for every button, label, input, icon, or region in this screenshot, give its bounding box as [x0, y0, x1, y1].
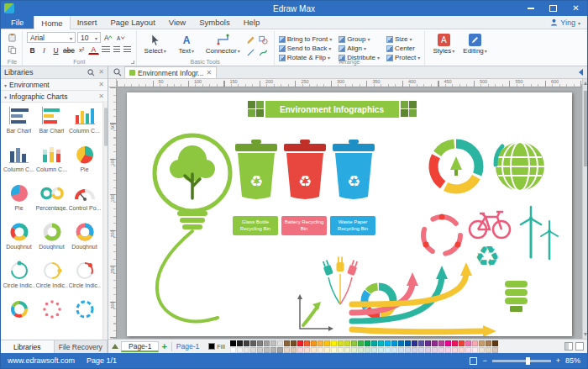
library-item-circle-indic[interactable]: Circle Indic...: [35, 259, 68, 298]
library-item-doughnut[interactable]: Doughnut: [68, 220, 101, 259]
bulb-tree[interactable]: [155, 135, 230, 321]
banner[interactable]: Environment Infographics: [248, 101, 417, 118]
library-item-pie[interactable]: Pie: [3, 182, 35, 220]
font-style-button-5[interactable]: A: [88, 45, 99, 55]
library-item-doughnut[interactable]: Doughnut: [35, 220, 68, 259]
color-swatch[interactable]: [331, 340, 337, 346]
website-link[interactable]: www.edrawsoft.com: [8, 356, 75, 365]
grow-font-button[interactable]: A: [102, 32, 113, 43]
color-swatch[interactable]: [492, 340, 498, 346]
select-tool-button[interactable]: Select: [141, 32, 170, 57]
color-swatch[interactable]: [365, 340, 370, 346]
color-swatch[interactable]: [351, 340, 357, 346]
search-icon[interactable]: [87, 69, 95, 76]
color-swatch[interactable]: [297, 347, 303, 353]
color-swatch[interactable]: [425, 340, 431, 346]
wind-turbines[interactable]: [521, 207, 558, 259]
color-swatch[interactable]: [304, 347, 310, 353]
fill-indicator[interactable]: Fill: [208, 343, 225, 351]
arrange-group[interactable]: Group: [339, 34, 380, 44]
text-tool-button[interactable]: A Text: [172, 32, 201, 57]
color-swatch[interactable]: [304, 340, 310, 346]
color-swatch[interactable]: [378, 340, 384, 346]
color-swatch[interactable]: [438, 340, 444, 346]
close-panel-icon[interactable]: ✕: [98, 69, 104, 76]
color-swatch[interactable]: [391, 347, 397, 353]
color-swatch[interactable]: [344, 347, 350, 353]
ribbon-tab-insert[interactable]: Insert: [71, 16, 104, 29]
color-swatch[interactable]: [270, 340, 276, 346]
globe[interactable]: [496, 142, 544, 191]
styles-button[interactable]: Styles: [429, 32, 458, 57]
color-swatch[interactable]: [277, 347, 283, 353]
color-swatch[interactable]: [371, 347, 377, 353]
flow-arrows[interactable]: [352, 262, 496, 336]
font-style-button-1[interactable]: I: [39, 45, 50, 55]
font-name-select[interactable]: Arial: [27, 32, 76, 43]
canvas-page[interactable]: Environment Infographics: [127, 92, 572, 336]
library-section-infographic-charts[interactable]: Infographic Charts ✕: [1, 91, 108, 103]
expand-palette-icon[interactable]: [575, 342, 584, 351]
align-right-icon[interactable]: [123, 46, 131, 54]
color-swatch[interactable]: [445, 340, 451, 346]
paste-button[interactable]: [7, 32, 18, 43]
search-icon[interactable]: [113, 68, 122, 76]
document-tab[interactable]: Environment Infogr... ✕: [124, 66, 217, 78]
close-button[interactable]: ✕: [564, 1, 587, 16]
color-swatch[interactable]: [338, 347, 344, 353]
color-swatch[interactable]: [284, 347, 290, 353]
library-item-bar-chart[interactable]: Bar Chart: [3, 104, 35, 143]
library-item-column-c[interactable]: Column C...: [68, 104, 101, 143]
color-swatch[interactable]: [291, 340, 297, 346]
fill-swatch[interactable]: [208, 343, 215, 350]
page-list-icon[interactable]: [112, 344, 118, 349]
maximize-button[interactable]: [542, 1, 564, 16]
color-swatch[interactable]: [358, 347, 364, 353]
color-swatch[interactable]: [432, 347, 438, 353]
color-swatch[interactable]: [465, 340, 471, 346]
color-swatch[interactable]: [438, 347, 444, 353]
bicycle[interactable]: [470, 212, 510, 238]
close-tab-icon[interactable]: ✕: [206, 70, 212, 76]
color-swatch[interactable]: [405, 340, 411, 346]
line-tool-button[interactable]: [245, 47, 257, 58]
color-swatch[interactable]: [378, 347, 384, 353]
color-swatch[interactable]: [398, 347, 404, 353]
color-swatch[interactable]: [297, 340, 303, 346]
arrange-bring-to-front[interactable]: Bring to Front: [279, 34, 332, 44]
donut-chart[interactable]: [424, 134, 487, 198]
color-swatch[interactable]: [479, 340, 485, 346]
library-item-doughnut[interactable]: Doughnut: [3, 220, 35, 259]
bin-label[interactable]: Waste Paper Recycling Bin: [330, 216, 375, 235]
color-swatch[interactable]: [264, 340, 270, 346]
zoom-slider[interactable]: [492, 360, 551, 362]
color-swatch[interactable]: [230, 347, 236, 353]
scrollbar-thumb[interactable]: [584, 91, 587, 166]
color-swatch[interactable]: [244, 347, 249, 353]
color-swatch[interactable]: [257, 340, 263, 346]
circular-arrows[interactable]: [423, 214, 461, 255]
color-swatch[interactable]: [230, 340, 236, 346]
library-item-control-po[interactable]: Control Po...: [68, 182, 101, 220]
recycle-bin[interactable]: ♻: [284, 140, 326, 199]
color-swatch[interactable]: [318, 340, 323, 346]
recycle-bin[interactable]: ♻: [333, 140, 375, 199]
close-library-icon[interactable]: ✕: [98, 82, 104, 88]
align-left-icon[interactable]: [102, 46, 110, 54]
color-swatch[interactable]: [351, 347, 357, 353]
color-swatch[interactable]: [338, 340, 344, 346]
color-swatch[interactable]: [277, 340, 283, 346]
color-swatch[interactable]: [385, 347, 391, 353]
color-swatch[interactable]: [250, 347, 256, 353]
canvas-area[interactable]: 50100150200250300350400450500550600 5010…: [108, 79, 587, 339]
color-swatch[interactable]: [244, 340, 249, 346]
color-swatch[interactable]: [418, 347, 424, 353]
zoom-level[interactable]: 85%: [565, 356, 580, 365]
color-swatch[interactable]: [452, 340, 458, 346]
color-swatch[interactable]: [465, 347, 471, 353]
color-swatch[interactable]: [257, 347, 263, 353]
library-item-bar-chart[interactable]: Bar Chart: [35, 104, 68, 143]
tab-file-recovery[interactable]: File Recovery: [55, 340, 108, 353]
arrange-send-to-back[interactable]: Send to Back: [279, 44, 332, 53]
font-style-button-4[interactable]: x²: [76, 45, 87, 55]
